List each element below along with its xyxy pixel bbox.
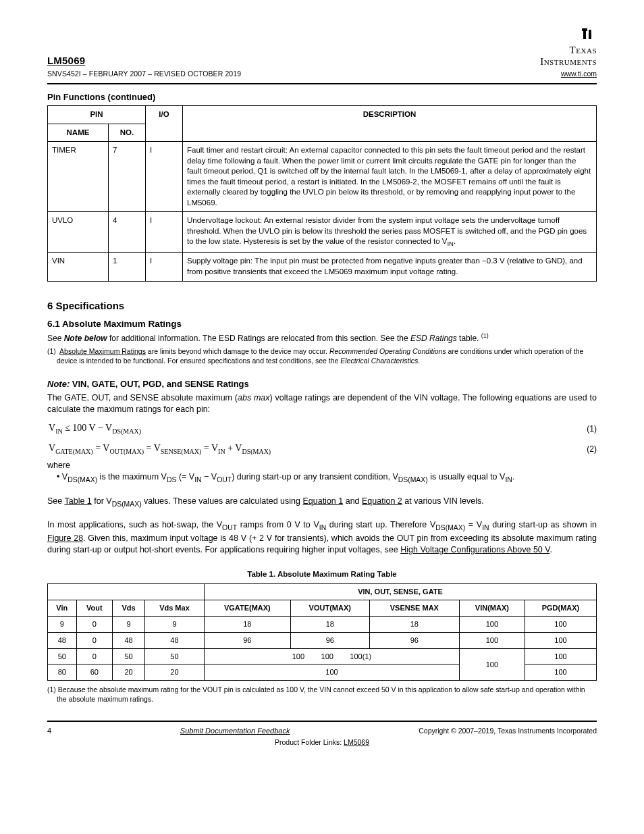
th-group: VIN, OUT, SENSE, GATE [204,584,596,600]
feedback-link[interactable]: Submit Documentation Feedback [180,727,290,735]
product-title[interactable]: LM5069 [47,55,85,66]
table1-title: Pin Functions (continued) [47,91,597,103]
ti-logo-block: Texas Instruments www.ti.com [540,26,597,79]
equation-2: VGATE(MAX) = VOUT(MAX) = VSENSE(MAX) = V… [47,442,271,456]
table-row: UVLO 4 I Undervoltage lockout: An extern… [48,212,597,253]
section-6.1-heading: 6.1 Absolute Maximum Ratings [47,318,597,330]
equation-2-row: VGATE(MAX) = VOUT(MAX) = VSENSE(MAX) = V… [47,442,597,456]
where-block: where • VDS(MAX) is the maximum VDS (= V… [47,460,597,484]
abs-max-table: VIN, OUT, SENSE, GATE Vin Vout Vds Vds M… [47,583,597,681]
note-heading: Note: VIN, GATE, OUT, PGD, and SENSE Rat… [47,378,597,390]
equation-1: VIN ≤ 100 V − VDS(MAX) [47,422,141,436]
th-io: I/O [146,106,183,142]
pin-functions-table: PIN I/O DESCRIPTION NAME NO. TIMER 7 I F… [47,105,597,281]
product-folder-links: Product Folder Links: LM5069 [47,737,597,747]
th-name: NAME [48,124,109,142]
th2-vdsmax: Vds Max [144,600,204,617]
table-row: 4804848969696100100 [48,632,597,648]
th-pin: PIN [48,106,146,124]
table-row: 9099181818100100 [48,616,597,632]
amr-line1: See Note below for additional informatio… [47,332,597,344]
th-no: NO. [109,124,146,142]
th2-vgatemax: VGATE(MAX) [204,600,290,617]
cell-name: TIMER [48,142,109,212]
th2-vsensemax: VSENSE MAX [369,600,459,617]
brand-texas: Texas [540,45,597,55]
amr-footnote: (1) Absolute Maximum Ratings are limits … [57,346,597,365]
header-rule [47,83,597,84]
cell-io: I [146,142,183,212]
table2-caption: Table 1. Absolute Maximum Rating Table [47,569,597,580]
ti-mark-icon [579,26,597,45]
paragraph-hotswap: In most applications, such as hot-swap, … [47,519,597,555]
th-desc: DESCRIPTION [183,106,597,142]
th2-vds: Vds [113,600,145,617]
copyright: Copyright © 2007–2019, Texas Instruments… [419,726,597,736]
cell-desc: Fault timer and restart circuit: An exte… [183,142,597,212]
brand-instruments: Instruments [540,56,597,67]
equation-1-row: VIN ≤ 100 V − VDS(MAX) (1) [47,422,597,436]
equation-2-number: (2) [587,444,597,454]
cell-no: 1 [109,253,146,281]
footnote-marker-icon: (1) [481,332,489,339]
section-6-heading: 6 Specifications [47,300,124,311]
th2-vinmax: VIN(MAX) [459,600,525,617]
cell-desc: Supply voltage pin: The input pin must b… [183,253,597,281]
cell-io: I [146,212,183,253]
th2-vin: Vin [48,600,77,617]
table-row: VIN 1 I Supply voltage pin: The input pi… [48,253,597,281]
paragraph-table-ref: See Table 1 for VDS(MAX) values. These v… [47,496,597,509]
table-row: 5005050 100 100 100(1) 100100 [48,648,597,664]
note-paragraph-1: The GATE, OUT, and SENSE absolute maximu… [47,392,597,415]
footer-rule [47,721,597,722]
cell-no: 4 [109,212,146,253]
cell-desc: Undervoltage lockout: An external resist… [183,212,597,253]
cell-name: VIN [48,253,109,281]
table2-footnote: (1) Because the absolute maximum rating … [57,685,597,704]
th2-pgdmax: PGD(MAX) [525,600,596,617]
th2-voutmax: VOUT(MAX) [290,600,369,617]
header-url[interactable]: www.ti.com [540,69,597,78]
th2-vout: Vout [76,600,113,617]
cell-name: UVLO [48,212,109,253]
doc-meta: SNVS452I – FEBRUARY 2007 – REVISED OCTOB… [47,69,241,78]
cell-no: 7 [109,142,146,212]
table-row: TIMER 7 I Fault timer and restart circui… [48,142,597,212]
equation-1-number: (1) [587,423,597,434]
product-link[interactable]: LM5069 [344,738,369,746]
cell-io: I [146,253,183,281]
